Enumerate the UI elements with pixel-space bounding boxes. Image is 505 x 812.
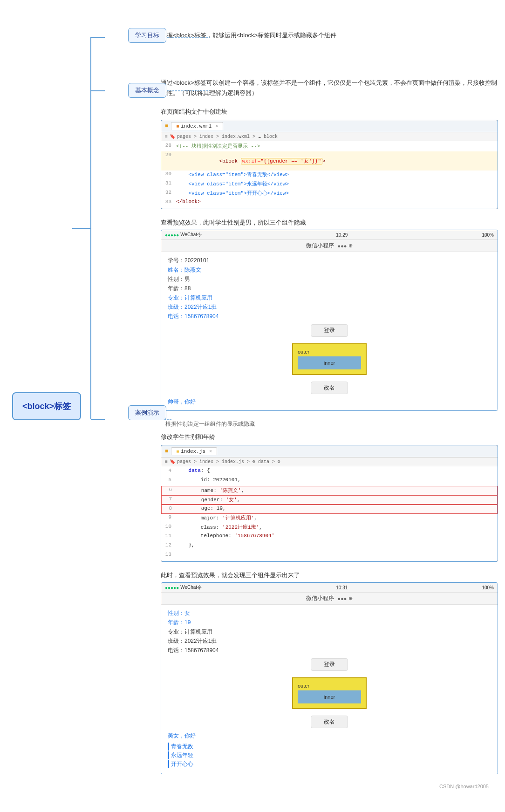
line-content2-4: data: { [176,468,498,473]
phone-preview-1: ●●●●● WeChat令 10:29 100% 微信小程序 ●●● ⊕ 学号：… [161,230,498,411]
code-line2-11: 11 telephone: '15867678904' [161,532,498,542]
code-line2-8: 8 age: 19, [161,505,498,514]
editor1-section: 在页面结构文件中创建块 ■ ■ index.wxml × ≡ 🔖 pages >… [161,108,498,209]
phone2-outer-label: outer [298,683,361,689]
line-content-29: <block wx:if="{{gender == '女'}}"> [176,152,498,170]
phone1-field-phone: 电话：15867678904 [168,313,491,321]
editor2-tab-icon: ■ [176,449,179,454]
code-line-31: 31 <view class="item">永远年轻</view> [161,180,498,189]
preview2-section: 此时，查看预览效果，就会发现三个组件显示出来了 ●●●●● WeChat令 10… [161,571,498,774]
phone1-battery: 100% [482,232,494,238]
data-keyword: data [188,468,200,473]
preview1-section: 查看预览效果，此时学生性别是男，所以三个组件隐藏 ●●●●● WeChat令 1… [161,218,498,411]
view-item-2: <view class="item">永远年轻</view> [188,181,289,187]
editor1-tab-close[interactable]: × [215,124,218,129]
editor1-tab-label: index.wxml [181,123,212,129]
line-num2-13: 13 [161,552,176,557]
phone1-rename-area: 改名 [168,382,491,394]
line-num2-9: 9 [161,514,176,520]
phone2-outer-area: outer inner [168,675,491,712]
phone1-settings-icon: ⊕ [348,243,353,249]
line-num2-7: 7 [162,496,177,502]
editor2-tab-close[interactable]: × [209,449,212,454]
code-line2-10: 10 class: '2022计应1班', [161,523,498,532]
editor1-breadcrumb-bookmark: 🔖 [170,134,175,139]
concept-section: 通过<block>标签可以创建一个容器，该标签并不是一个组件，它仅仅是一个包装元… [161,78,498,98]
tag-block-end: </block> [176,199,201,205]
editor1-tab-icon: ■ [176,124,179,129]
line-num-28: 28 [161,143,176,148]
phone2-items: 青春无敌 永远年轻 开开心心 [168,743,491,768]
code-line2-9: 9 major: '计算机应用', [161,514,498,523]
line-content2-7: gender: '女', [177,496,497,503]
phone1-greeting: 帅哥，你好 [168,398,491,406]
line-content-30: <view class="item">青春无敌</view> [176,171,498,178]
phone2-statusbar-left: ●●●●● WeChat令 [165,584,202,591]
phone2-login-btn[interactable]: 登录 [311,658,348,671]
tag-block-close: > [322,158,326,164]
demo-label-row: 根据性别决定一组组件的显示或隐藏 [161,420,498,428]
editor1-titlebar: ■ ■ index.wxml × [161,120,498,132]
editor2-section: 修改学生性别和年龄 ■ ■ index.js × ≡ 🔖 pages > ind… [161,433,498,562]
editor1-folder-icon: ■ [165,123,168,130]
phone2-rename-btn[interactable]: 改名 [311,716,348,728]
concept-text: 通过<block>标签可以创建一个容器，该标签并不是一个组件，它仅仅是一个包装元… [161,78,498,98]
phone1-content: 学号：20220101 姓名：陈燕文 性别：男 年龄：88 专业：计算机应用 班… [161,252,498,410]
line-num2-12: 12 [161,542,176,548]
phone2-battery: 100% [482,585,494,590]
phone2-more-icon: ●●● [338,596,347,601]
code-line-29: 29 <block wx:if="{{gender == '女'}}"> [161,151,498,171]
branch-concept: 基本概念 [128,83,166,98]
editor2-tab[interactable]: ■ index.js × [171,447,217,455]
phone-preview-2: ●●●●● WeChat令 10:31 100% 微信小程序 ●●● ⊕ 性别：… [161,582,498,774]
wechat-label-2: WeChat令 [180,584,202,591]
code-line-32: 32 <view class="item">开开心心</view> [161,189,498,198]
phone2-item-1: 青春无敌 [168,743,491,751]
phone1-login-btn[interactable]: 登录 [311,324,348,337]
tag-block-open: <block [219,158,240,164]
code-line-30: 30 <view class="item">青春无敌</view> [161,171,498,180]
phone1-navbar-title: 微信小程序 [306,242,334,250]
line-num2-6: 6 [162,487,177,492]
editor1-breadcrumb-path: pages > index > index.wxml > ☁ block [177,134,278,139]
view-item-3: <view class="item">开开心心</view> [188,191,289,196]
code-editor-2[interactable]: ■ ■ index.js × ≡ 🔖 pages > index > index… [161,445,498,562]
telephone-value: '15867678904' [234,533,274,539]
phone2-field-class: 班级：2022计应1班 [168,637,491,645]
branch-node-concept: 基本概念 [128,83,166,98]
phone2-inner-box: inner [298,690,361,703]
branch-demo: 案例演示 [128,405,166,420]
phone1-statusbar-left: ●●●●● WeChat令 [165,232,202,238]
phone1-rename-btn[interactable]: 改名 [311,382,348,394]
editor2-body: 4 data: { 5 id: 20220101, 6 name: '陈燕文', [161,466,498,561]
phone1-field-gender: 性别：男 [168,275,491,283]
phone2-content: 性别：女 年龄：19 专业：计算机应用 班级：2022计应1班 电话：15867… [161,605,498,774]
phone1-outer-box: outer inner [292,343,367,375]
phone2-statusbar: ●●●●● WeChat令 10:31 100% [161,583,498,593]
class-value: '2022计应1班' [222,525,259,530]
editor1-breadcrumb: ≡ 🔖 pages > index > index.wxml > ☁ block [161,132,498,141]
phone2-settings-icon: ⊕ [348,595,353,601]
line-num2-5: 5 [161,477,176,483]
line-content2-10: class: '2022计应1班', [176,524,498,531]
right-column: 掌握<block>标签，能够运用<block>标签同时显示或隐藏多个组件 通过<… [154,0,505,812]
phone1-outer-area: outer inner [168,341,491,378]
line-num-30: 30 [161,171,176,177]
wx-value: "{{gender == '女'}}" [260,158,321,164]
phone2-greeting: 美女，你好 [168,732,491,740]
preview2-caption: 此时，查看预览效果，就会发现三个组件显示出来了 [161,571,498,580]
wx-if-highlight: wx:if="{{gender == '女'}}" [241,158,322,164]
wechat-logo-2: ●●●●● [165,585,179,590]
phone1-field-class: 班级：2022计应1班 [168,303,491,311]
editor1-tab[interactable]: ■ index.wxml × [171,122,223,130]
phone2-rename-area: 改名 [168,716,491,728]
phone2-time: 10:31 [336,585,348,590]
line-num-33: 33 [161,199,176,205]
phone1-field-major: 专业：计算机应用 [168,294,491,302]
line-content2-11: telephone: '15867678904' [176,533,498,539]
phone2-field-age: 年龄：19 [168,619,491,627]
code-editor-1[interactable]: ■ ■ index.wxml × ≡ 🔖 pages > index > ind… [161,120,498,209]
editor2-breadcrumb: ≡ 🔖 pages > index > index.js > ⚙ data > … [161,457,498,466]
phone2-field-major: 专业：计算机应用 [168,628,491,636]
gender-value: '女' [226,497,237,503]
